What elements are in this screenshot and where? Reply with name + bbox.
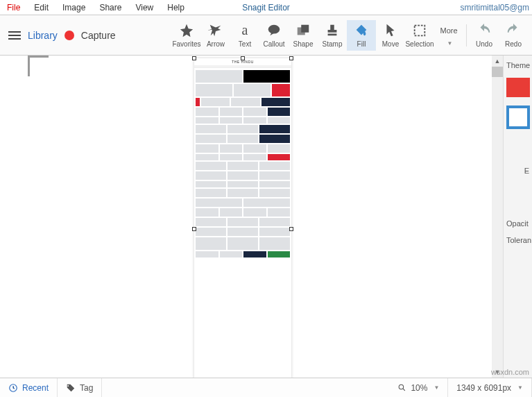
topbar: Library Capture Favorites Arrow aText Ca…: [0, 15, 532, 56]
tool-stamp-label: Stamp: [323, 40, 343, 48]
opacity-label: Opacit: [506, 219, 529, 228]
dimensions-control[interactable]: 1349 x 6091px ▼: [448, 378, 532, 397]
tool-arrow-label: Arrow: [207, 40, 225, 48]
menubar: File Edit Image Share View Help Snagit E…: [0, 0, 532, 15]
redo-button[interactable]: Redo: [499, 20, 528, 51]
tool-selection-label: Selection: [405, 40, 434, 48]
tool-move[interactable]: Move: [376, 20, 405, 51]
resize-handle[interactable]: [289, 56, 293, 60]
search-icon: [397, 383, 406, 392]
chevron-down-icon: ▼: [447, 40, 453, 47]
tool-favorites[interactable]: Favorites: [172, 20, 201, 51]
tag-icon: [66, 383, 76, 393]
capture-button[interactable]: Capture: [81, 30, 116, 41]
tool-text-label: Text: [239, 40, 251, 48]
menu-icon[interactable]: [8, 31, 21, 40]
menu-file[interactable]: File: [0, 0, 27, 15]
tool-shape[interactable]: Shape: [289, 20, 318, 51]
menu-share[interactable]: Share: [92, 0, 128, 15]
tool-more[interactable]: More▼: [434, 20, 463, 51]
properties-panel: Theme E Opacit Toleran: [503, 56, 532, 378]
recent-button[interactable]: Recent: [0, 378, 58, 397]
svg-rect-3: [415, 25, 425, 35]
effects-label: E: [506, 167, 529, 175]
svg-point-5: [400, 385, 404, 389]
zoom-value: 10%: [411, 383, 427, 393]
clock-icon: [8, 383, 18, 393]
scroll-up-arrow[interactable]: ▲: [492, 56, 503, 67]
theme-label: Theme: [506, 61, 529, 69]
scroll-thumb[interactable]: [492, 67, 503, 77]
color-swatch-red[interactable]: [506, 78, 530, 97]
toolbar: Favorites Arrow aText Callout Shape Stam…: [172, 20, 532, 51]
svg-rect-2: [301, 24, 309, 32]
menu-edit[interactable]: Edit: [27, 0, 55, 15]
workarea: THE HINDU: [0, 56, 532, 378]
zoom-control[interactable]: 10% ▼: [389, 378, 448, 397]
tool-move-label: Move: [382, 40, 399, 48]
tool-favorites-label: Favorites: [172, 40, 200, 48]
color-swatch-outline[interactable]: [506, 105, 530, 129]
resize-handle[interactable]: [289, 227, 293, 231]
tool-fill-label: Fill: [357, 40, 366, 48]
menu-image[interactable]: Image: [55, 0, 92, 15]
tool-callout[interactable]: Callout: [259, 20, 289, 51]
recent-label: Recent: [22, 383, 49, 393]
resize-handle[interactable]: [192, 227, 196, 231]
tool-callout-label: Callout: [263, 40, 284, 48]
statusbar: Recent Tag 10% ▼ 1349 x 6091px ▼: [0, 378, 532, 397]
redo-label: Redo: [505, 40, 522, 48]
tool-selection[interactable]: Selection: [405, 20, 434, 51]
tool-shape-label: Shape: [293, 40, 314, 48]
tag-label: Tag: [80, 383, 93, 393]
resize-handle[interactable]: [241, 56, 245, 60]
user-account[interactable]: smritimittal05@gm: [460, 3, 532, 12]
tag-button[interactable]: Tag: [58, 378, 102, 397]
canvas[interactable]: THE HINDU: [0, 56, 503, 378]
library-button[interactable]: Library: [28, 30, 58, 41]
dimensions-value: 1349 x 6091px: [456, 383, 511, 393]
tool-fill[interactable]: Fill: [347, 20, 376, 51]
chevron-down-icon: ▼: [434, 385, 439, 391]
ruler-mark: [28, 56, 30, 76]
captured-image[interactable]: THE HINDU: [194, 58, 291, 378]
resize-handle[interactable]: [192, 56, 196, 60]
tool-text[interactable]: aText: [230, 20, 259, 51]
vertical-scrollbar[interactable]: ▲ ▼: [492, 56, 503, 378]
svg-point-0: [268, 24, 280, 33]
separator: [466, 24, 467, 47]
menu-help[interactable]: Help: [160, 0, 191, 15]
chevron-down-icon: ▼: [517, 385, 523, 391]
ruler-mark: [28, 56, 49, 58]
tool-arrow[interactable]: Arrow: [201, 20, 230, 51]
watermark: wsxdn.com: [491, 368, 529, 376]
undo-label: Undo: [476, 40, 492, 48]
menu-view[interactable]: View: [128, 0, 160, 15]
record-icon[interactable]: [65, 31, 74, 40]
undo-button[interactable]: Undo: [470, 20, 499, 51]
tolerance-label: Toleran: [506, 236, 529, 244]
app-title: Snagit Editor: [242, 3, 290, 12]
tool-stamp[interactable]: Stamp: [318, 20, 347, 51]
